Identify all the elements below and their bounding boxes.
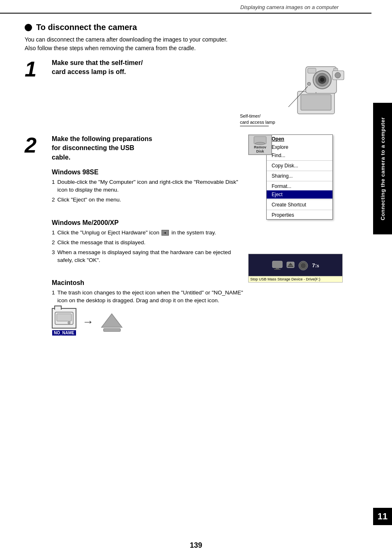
self-timer-label-line1: Self-timer/ <box>240 113 261 118</box>
mac-illustration: NO_NAME → <box>52 308 244 336</box>
side-tab-number: 11 <box>373 508 392 525</box>
svg-marker-17 <box>101 314 122 327</box>
svg-point-20 <box>255 142 265 145</box>
menu-item-properties[interactable]: Properties <box>267 211 332 219</box>
eject-tray-icon <box>286 262 295 270</box>
menu-item-format[interactable]: Format... <box>267 182 332 190</box>
svg-rect-21 <box>272 261 282 268</box>
step1-text-area: Make sure that the self-timer/card acces… <box>52 58 236 80</box>
context-menu-container: Remov Disk Open Explore <box>248 134 347 250</box>
context-menu: Open Explore Find... Copy D <box>266 134 333 220</box>
step1-row: 1 Make sure that the self-timer/card acc… <box>25 58 347 126</box>
hd-icon-svg <box>53 310 75 327</box>
list-item: 1 Click the "Unplug or Eject Hardware" i… <box>52 229 244 237</box>
svg-rect-18 <box>104 329 120 331</box>
step1-title: Make sure that the self-timer/card acces… <box>52 58 236 77</box>
step1-layout: Make sure that the self-timer/card acces… <box>52 58 347 126</box>
list-item: 1 The trash icon changes to the eject ic… <box>52 289 244 305</box>
section-title-text: To disconnect the camera <box>36 23 137 32</box>
macintosh-list: 1 The trash icon changes to the eject ic… <box>52 289 244 305</box>
windows98se-title: Windows 98SE <box>52 169 244 176</box>
eject-hardware-icon <box>161 230 169 236</box>
step2-content: Make the following preparationsfor disco… <box>52 134 347 336</box>
header-title: Displaying camera images on a computer <box>240 4 339 10</box>
step2-text-area: Make the following preparationsfor disco… <box>52 134 244 336</box>
noname-label: NO_NAME <box>52 330 76 336</box>
list-item: 1 Double-click the "My Computer" icon an… <box>52 178 244 194</box>
camera-svg <box>240 58 347 118</box>
svg-point-6 <box>320 78 324 82</box>
svg-rect-26 <box>288 266 293 267</box>
menu-item-explore[interactable]: Explore <box>267 143 332 151</box>
page-container: Connecting the camera to a computer 11 D… <box>0 0 392 558</box>
step2-row: 2 Make the following preparationsfor dis… <box>25 134 347 336</box>
svg-rect-15 <box>57 314 71 321</box>
svg-rect-23 <box>274 269 281 270</box>
step2-image-area: Remov Disk Open Explore <box>248 134 347 336</box>
step2-layout: Make the following preparationsfor disco… <box>52 134 347 336</box>
windowsme-title: Windows Me/2000/XP <box>52 219 244 227</box>
step2-title: Make the following preparationsfor disco… <box>52 134 244 162</box>
svg-point-16 <box>68 322 70 324</box>
step1-content: Make sure that the self-timer/card acces… <box>52 58 347 126</box>
self-timer-annotation: Self-timer/ card access lamp <box>240 113 275 126</box>
svg-rect-22 <box>276 268 279 269</box>
menu-item-eject[interactable]: Eject <box>267 190 332 199</box>
step1-title-text: Make sure that the self-timer/card acces… <box>52 59 143 75</box>
svg-rect-1 <box>301 95 331 110</box>
noname-icon <box>52 308 76 329</box>
section-title: To disconnect the camera <box>25 23 347 32</box>
list-item: 2 Click the message that is displayed. <box>52 239 244 247</box>
intro-text: You can disconnect the camera after down… <box>25 35 347 53</box>
arrow-right-icon: → <box>82 315 94 329</box>
svg-point-9 <box>307 82 311 86</box>
menu-item-copydisk[interactable]: Copy Disk... <box>267 162 332 170</box>
eject-svg <box>101 312 123 332</box>
side-tab-text: Connecting the camera to a computer <box>380 117 386 220</box>
windowsme-list: 1 Click the "Unplug or Eject Hardware" i… <box>52 229 244 264</box>
side-tab-text-container: Connecting the camera to a computer <box>373 103 392 234</box>
windows98se-list: 1 Double-click the "My Computer" icon an… <box>52 178 244 204</box>
disk-icon-svg <box>254 136 267 145</box>
icon-3 <box>298 260 309 271</box>
taskbar-popup-text: Stop USB Mass Storage Device - Drive(F:) <box>250 277 321 281</box>
step2-number: 2 <box>25 134 45 336</box>
noname-box: NO_NAME <box>52 308 76 336</box>
eject-icon <box>99 312 124 332</box>
disk-label-line1: Remov <box>254 145 266 149</box>
monitor-icon <box>272 260 283 271</box>
taskbar-illustration: 7:s Stop USB Mass Storage Device - Drive… <box>248 254 343 282</box>
svg-rect-7 <box>308 68 316 73</box>
list-item: 3 When a message is displayed saying tha… <box>52 249 244 264</box>
page-header: Displaying camera images on a computer <box>0 0 371 14</box>
svg-point-28 <box>300 263 306 269</box>
main-content: To disconnect the camera You can disconn… <box>0 14 371 360</box>
menu-item-find[interactable]: Find... <box>267 151 332 160</box>
taskbar-time: 7:s <box>312 262 319 269</box>
list-item: 2 Click "Eject" on the menu. <box>52 196 244 204</box>
disk-label-line2: Disk <box>256 149 264 153</box>
removable-disk-icon: Remov Disk <box>248 134 272 155</box>
side-tab: Connecting the camera to a computer 11 <box>371 0 392 558</box>
intro-line1: You can disconnect the camera after down… <box>25 35 347 44</box>
menu-item-open[interactable]: Open <box>267 135 332 143</box>
macintosh-title: Macintosh <box>52 279 244 287</box>
camera-svg-wrap: Self-timer/ card access lamp <box>240 58 347 126</box>
bullet-circle <box>25 24 32 31</box>
self-timer-label-line2: card access lamp <box>240 120 275 125</box>
menu-item-sharing[interactable]: Sharing... <box>267 172 332 180</box>
step1-image-area: Self-timer/ card access lamp <box>240 58 347 126</box>
intro-line2: Also follow these steps when removing th… <box>25 44 347 53</box>
menu-item-create-shortcut[interactable]: Create Shortcut <box>267 201 332 209</box>
step1-number: 1 <box>25 58 45 126</box>
taskbar-popup: Stop USB Mass Storage Device - Drive(F:) <box>249 276 342 282</box>
page-number: 139 <box>190 541 202 550</box>
svg-point-13 <box>335 72 341 78</box>
